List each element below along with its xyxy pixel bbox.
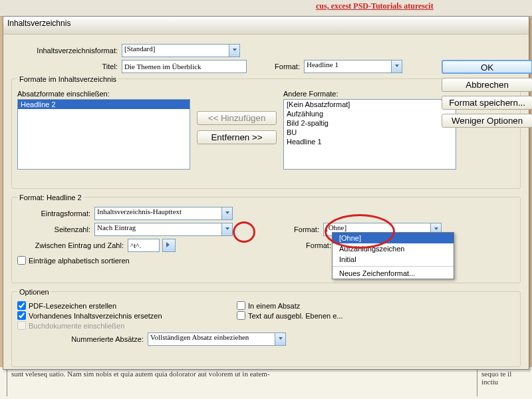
label-hidden: Text auf ausgebl. Ebenen e...	[248, 312, 343, 320]
format3-dropdown[interactable]: [Ohne] Aufzählungszeichen Initial Neues …	[332, 232, 454, 279]
combo-toc-format[interactable]: [Standard]	[122, 44, 240, 57]
other-item[interactable]: Bild 2-spaltig	[284, 118, 456, 128]
bg-tutorial-link: cus, excest PSD-Tutorials aturescit	[316, 1, 515, 10]
other-item[interactable]: Headline 1	[284, 137, 456, 146]
chk-pdf[interactable]	[17, 301, 26, 310]
input-between[interactable]	[128, 239, 160, 252]
label-format2: Format:	[233, 225, 323, 233]
chk-in-absatz[interactable]	[237, 301, 245, 310]
less-options-button[interactable]: Weniger Optionen	[442, 114, 532, 128]
ok-button[interactable]: OK	[442, 60, 532, 74]
combo-entry-format[interactable]: Inhaltsverzeichnis-Haupttext	[94, 207, 233, 220]
listbox-other[interactable]: [Kein Absatzformat] Aufzählung Bild 2-sp…	[283, 99, 456, 170]
label-sort-alpha: Einträge alphabetisch sortieren	[29, 257, 130, 265]
cancel-button[interactable]: Abbrechen	[442, 78, 532, 92]
add-button[interactable]: << Hinzufügen	[197, 111, 277, 125]
remove-button[interactable]: Entfernen >>	[197, 130, 277, 144]
save-format-button[interactable]: Format speichern...	[442, 96, 532, 110]
combo-page-num[interactable]: Nach Eintrag	[94, 223, 233, 236]
label-include: Absatzformate einschließen:	[17, 90, 190, 98]
listbox-include[interactable]: Headline 2	[17, 99, 190, 170]
between-flyout-button[interactable]	[162, 239, 176, 252]
dropdown-item-initial[interactable]: Initial	[332, 254, 454, 265]
label-between: Zwischen Eintrag und Zahl:	[17, 241, 128, 249]
other-item[interactable]: BU	[284, 128, 456, 137]
include-item-headline2[interactable]: Headline 2	[18, 100, 190, 109]
label-toc-format: Inhaltsverzeichnisformat:	[11, 47, 122, 55]
label-other: Andere Formate:	[283, 90, 456, 98]
toc-dialog: Inhaltsverzeichnis Inhaltsverzeichnisfor…	[3, 16, 529, 370]
input-titel[interactable]	[122, 60, 247, 73]
chk-sort-alpha[interactable]	[17, 256, 26, 265]
label-format3: Format:	[290, 241, 335, 249]
label-entry-format: Eintragsformat:	[17, 209, 94, 217]
group-optionen: Optionen	[17, 288, 51, 292]
chk-replace[interactable]	[17, 311, 26, 320]
combo-format1[interactable]: Headline 1	[304, 60, 402, 73]
label-format1: Format:	[260, 63, 304, 70]
combo-num-para[interactable]: Vollständigen Absatz einbeziehen	[148, 332, 286, 346]
label-in-absatz: In einem Absatz	[248, 302, 300, 310]
label-replace: Vorhandenes Inhaltsverzeichnis ersetzen	[29, 312, 162, 320]
group-formats: Formate im Inhaltsverzeichnis	[17, 75, 118, 79]
dialog-title: Inhaltsverzeichnis	[3, 17, 529, 35]
chk-book	[17, 321, 26, 330]
dropdown-item-ohne[interactable]: [Ohne]	[332, 233, 454, 243]
chk-hidden[interactable]	[237, 311, 245, 320]
dropdown-item-aufz[interactable]: Aufzählungszeichen	[332, 243, 454, 254]
label-page-num: Seitenzahl:	[17, 225, 94, 233]
label-titel: Titel:	[11, 63, 122, 70]
other-item[interactable]: Aufzählung	[284, 109, 456, 118]
label-pdf: PDF-Lesezeichen erstellen	[29, 302, 116, 310]
other-item[interactable]: [Kein Absatzformat]	[284, 100, 456, 109]
label-num-para: Nummerierte Absätze:	[17, 335, 148, 343]
label-book: Buchdokumente einschließen	[29, 322, 124, 330]
group-format-h2: Format: Headline 2	[17, 194, 84, 198]
dropdown-item-new[interactable]: Neues Zeichenformat...	[332, 268, 454, 279]
